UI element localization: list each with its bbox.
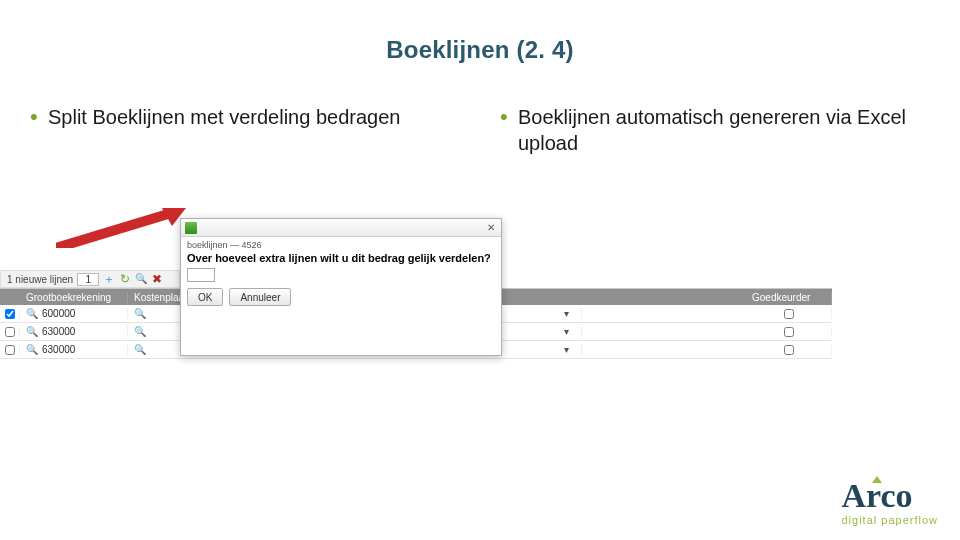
dialog-titlebar: ✕ [181,219,501,237]
chevron-down-icon[interactable]: ▾ [552,344,582,355]
cell-grootboek: 600000 [42,308,75,319]
close-icon[interactable]: ✕ [485,222,497,234]
search-icon[interactable]: 🔍 [135,272,147,284]
column-left: Split Boeklijnen met verdeling bedragen [30,104,460,156]
col-grootboek: Grootboekrekening [20,292,128,303]
lookup-icon[interactable]: 🔍 [26,308,38,319]
ok-button[interactable]: OK [187,288,223,306]
bullet-right: Boeklijnen automatisch genereren via Exc… [500,104,930,156]
lookup-icon[interactable]: 🔍 [134,344,146,355]
row-checkbox[interactable] [5,327,15,337]
cell-grootboek: 630000 [42,344,75,355]
approve-checkbox[interactable] [784,309,794,319]
col-goedkeurder: Goedkeurder [746,292,832,303]
row-checkbox[interactable] [5,309,15,319]
svg-line-0 [56,214,168,248]
add-line-icon[interactable]: ＋ [103,273,115,285]
toolbar-count[interactable]: 1 [77,273,99,286]
lookup-icon[interactable]: 🔍 [134,326,146,337]
app-icon [185,222,197,234]
approve-checkbox[interactable] [784,327,794,337]
lookup-icon[interactable]: 🔍 [26,326,38,337]
slide-title: Boeklijnen (2. 4) [0,36,960,64]
dialog-subtitle: boeklijnen — 4526 [181,237,501,250]
toolbar-label: 1 nieuwe lijnen [7,274,73,285]
bullet-left: Split Boeklijnen met verdeling bedragen [30,104,460,130]
cancel-button[interactable]: Annuleer [229,288,291,306]
split-dialog: ✕ boeklijnen — 4526 Over hoeveel extra l… [180,218,502,356]
split-count-input[interactable] [187,268,215,282]
chevron-down-icon[interactable]: ▾ [552,308,582,319]
delete-line-icon[interactable]: ✖ [151,273,163,285]
cell-grootboek: 630000 [42,326,75,337]
dialog-prompt: Over hoeveel extra lijnen wilt u dit bed… [181,250,501,268]
lines-toolbar: 1 nieuwe lijnen 1 ＋ ↻ 🔍 ✖ [0,270,180,288]
app-screenshot: ✕ boeklijnen — 4526 Over hoeveel extra l… [0,218,832,378]
row-checkbox[interactable] [5,345,15,355]
brand-logo: Arco digital paperflow [842,479,939,526]
logo-tagline: digital paperflow [842,515,939,526]
approve-checkbox[interactable] [784,345,794,355]
logo-caret-icon [872,476,882,483]
content-columns: Split Boeklijnen met verdeling bedragen … [0,104,960,156]
lookup-icon[interactable]: 🔍 [134,308,146,319]
lookup-icon[interactable]: 🔍 [26,344,38,355]
refresh-icon[interactable]: ↻ [119,273,131,285]
chevron-down-icon[interactable]: ▾ [552,326,582,337]
callout-arrow [56,208,186,248]
column-right: Boeklijnen automatisch genereren via Exc… [500,104,930,156]
